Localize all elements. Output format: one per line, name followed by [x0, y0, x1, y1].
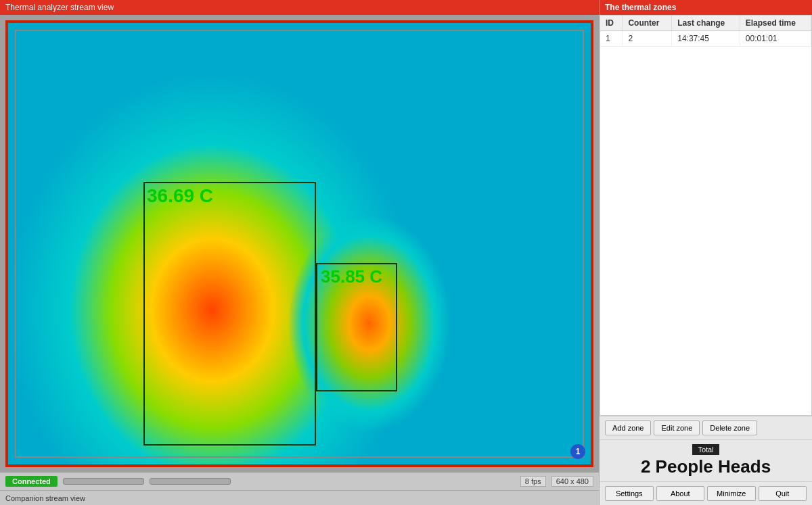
- th-id: ID: [600, 16, 623, 31]
- scrollbar-2[interactable]: [150, 478, 231, 485]
- minimize-button[interactable]: Minimize: [707, 486, 756, 501]
- th-last-change: Last change: [672, 16, 740, 31]
- temp-label-2: 35.85 C: [321, 266, 382, 287]
- thermal-view-container: 36.69 C 35.85 C 1: [0, 15, 599, 473]
- quit-button[interactable]: Quit: [759, 486, 807, 501]
- zone-buttons: Add zone Edit zone Delete zone: [600, 416, 812, 439]
- stream-title: Thermal analyzer stream view: [5, 3, 114, 12]
- fps-label: 8 fps: [520, 476, 546, 487]
- th-elapsed-time: Elapsed time: [740, 16, 811, 31]
- detection-box-1: [143, 182, 316, 446]
- settings-button[interactable]: Settings: [605, 486, 654, 501]
- table-header-row: ID Counter Last change Elapsed time: [600, 16, 811, 31]
- companion-title: Companion stream view: [5, 494, 85, 502]
- scrollbar-1[interactable]: [63, 478, 144, 485]
- about-button[interactable]: About: [656, 486, 705, 501]
- edit-zone-button[interactable]: Edit zone: [654, 420, 700, 435]
- temp-label-1: 36.69 C: [147, 185, 213, 207]
- th-counter: Counter: [623, 16, 672, 31]
- zones-table-container: ID Counter Last change Elapsed time 1214…: [600, 15, 812, 416]
- counter-badge: 1: [570, 444, 585, 459]
- connected-badge: Connected: [5, 476, 58, 487]
- stream-title-bar: Thermal analyzer stream view: [0, 0, 599, 15]
- td-elapsed_time: 00:01:01: [740, 31, 811, 47]
- left-panel: Thermal analyzer stream view 36.69 C 35.…: [0, 0, 599, 505]
- right-panel: The thermal zones ID Counter Last change…: [599, 0, 812, 505]
- zones-title: The thermal zones: [600, 0, 812, 15]
- bottom-buttons: Settings About Minimize Quit: [600, 481, 812, 505]
- zones-tbody: 1214:37:4500:01:01: [600, 31, 811, 47]
- total-label-badge: Total: [692, 444, 719, 455]
- td-last_change: 14:37:45: [672, 31, 740, 47]
- zones-table: ID Counter Last change Elapsed time 1214…: [600, 16, 811, 47]
- add-zone-button[interactable]: Add zone: [605, 420, 651, 435]
- delete-zone-button[interactable]: Delete zone: [702, 420, 757, 435]
- thermal-canvas: 36.69 C 35.85 C 1: [5, 20, 593, 467]
- status-bar: Connected 8 fps 640 x 480: [0, 473, 599, 490]
- resolution-label: 640 x 480: [551, 476, 593, 487]
- total-count: 2 People Heads: [605, 456, 807, 477]
- td-counter: 2: [623, 31, 672, 47]
- total-section: Total 2 People Heads: [600, 439, 812, 481]
- companion-bar: Companion stream view: [0, 490, 599, 505]
- td-id: 1: [600, 31, 623, 47]
- table-row[interactable]: 1214:37:4500:01:01: [600, 31, 811, 47]
